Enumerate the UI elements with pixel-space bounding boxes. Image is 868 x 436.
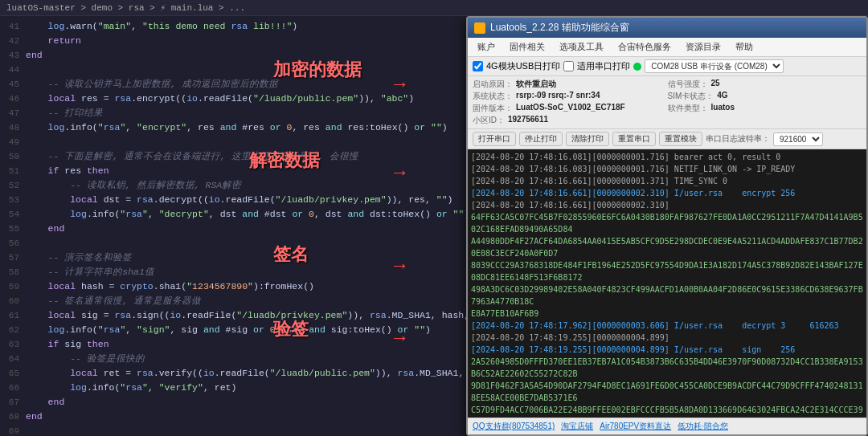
line-content: log.warn("main", "this demo need rsa lib… [26, 19, 297, 34]
code-line: 47 -- 打印结果 [0, 106, 466, 120]
line-number: 50 [0, 149, 26, 164]
com-select[interactable]: COM28 USB 串行设备 (COM28) [645, 59, 784, 73]
code-line: 57 -- 演示签名和验签 [0, 251, 466, 265]
code-line: 41 log.warn("main", "this demo need rsa … [0, 19, 466, 34]
stop-print-btn[interactable]: 停止打印 [519, 132, 563, 146]
menu-service[interactable]: 合宙特色服务 [612, 39, 678, 55]
menu-options[interactable]: 选项及工具 [553, 39, 610, 55]
dialog-title-text: Luatools_2.2.28 辅助功能综合窗 [490, 21, 629, 35]
code-line: 46 local res = rsa.encrypt((io.readFile(… [0, 92, 466, 106]
line-number: 66 [0, 381, 26, 395]
line-content: local res = rsa.encrypt((io.readFile("/l… [26, 92, 414, 106]
log-line: 8039CCC29A3768318DE484F1FB1964E252D5FC97… [471, 259, 863, 283]
line-content: -- 读取公钥并马上加密数据, 成功返回加密后的数据 [26, 77, 278, 92]
log-area[interactable]: [2024-08-20 17:48:16.081][0000000001.716… [468, 149, 866, 418]
signal-label: 信号强度： [668, 79, 708, 90]
baud-select[interactable]: 921600 [773, 132, 823, 146]
line-number: 48 [0, 120, 26, 135]
line-content: return [26, 34, 81, 48]
code-line: 54 log.info("rsa", "decrypt", dst and #d… [0, 207, 466, 222]
code-line: 48 log.info("rsa", "encrypt", res and #r… [0, 120, 466, 135]
code-line: 42 return [0, 34, 466, 48]
line-number: 47 [0, 106, 26, 120]
code-line: 52 -- 读取私钥, 然后解密数据, RSA解密 [0, 178, 466, 193]
close-port-btn[interactable]: 重置串口 [612, 132, 656, 146]
info-region: 小区ID： 192756611 [473, 115, 667, 126]
line-number: 53 [0, 193, 26, 207]
link-air780[interactable]: Air780EPV资料直达 [600, 421, 671, 432]
line-number: 49 [0, 135, 26, 149]
line-number: 58 [0, 265, 26, 279]
line-number: 55 [0, 222, 26, 236]
line-content: if sig then [26, 337, 109, 352]
code-line: 53 local dst = rsa.decrypt((io.readFile(… [0, 193, 466, 207]
code-line: 65 local ret = rsa.verify((io.readFile("… [0, 366, 466, 381]
line-content: local hash = crypto.sha1("1234567890"):f… [26, 279, 314, 294]
link-qq[interactable]: QQ支持群(807534851) [473, 421, 555, 432]
line-content: -- 打印结果 [26, 106, 103, 120]
dialog-icon [474, 22, 485, 34]
signal-value: 25 [711, 79, 720, 90]
code-line: 69 [0, 424, 466, 436]
info-grid: 启动原因： 软件重启动 信号强度： 25 系统状态： rsrp:-09 rsrq… [468, 76, 866, 129]
code-line: 66 log.info("rsa", "verify", ret) [0, 381, 466, 395]
menu-help[interactable]: 帮助 [729, 39, 760, 55]
breadcrumb: luatOS-master > demo > rsa > ⚡ main.lua … [6, 3, 245, 13]
link-taobao[interactable]: 淘宝店铺 [561, 421, 593, 432]
info-softtype: 软件类型： luatos [668, 103, 862, 114]
line-number: 41 [0, 19, 26, 34]
menu-account[interactable]: 账户 [471, 39, 502, 55]
port-print-checkbox[interactable] [563, 61, 574, 71]
line-number: 65 [0, 366, 26, 381]
code-line: 50 -- 下面是解密, 通常不会在设备端进行, 这里主要是演示用法, 会很慢 [0, 149, 466, 164]
region-value: 192756611 [508, 115, 548, 126]
sim-value: 4G [717, 91, 727, 102]
reload-module-btn[interactable]: 重置模块 [659, 132, 702, 146]
line-number: 56 [0, 236, 26, 251]
menu-firmware[interactable]: 固件相关 [503, 39, 551, 55]
line-number: 68 [0, 410, 26, 424]
line-number: 52 [0, 178, 26, 193]
info-firmware: 固件版本： LuatOS-SoC_V1002_EC718F [473, 103, 667, 114]
code-lines: 41 log.warn("main", "this demo need rsa … [0, 16, 466, 436]
log-line: [2024-08-20 17:48:16.081][0000000001.716… [471, 151, 863, 163]
code-line: 44 [0, 63, 466, 77]
info-status: 系统状态： rsrp:-09 rsrq:-7 snr:34 [473, 91, 667, 102]
line-content: local sig = rsa.sign((io.readFile("/luad… [26, 308, 466, 323]
luatools-dialog: Luatools_2.2.28 辅助功能综合窗 账户 固件相关 选项及工具 合宙… [466, 16, 868, 436]
code-line: 55 end [0, 222, 466, 236]
log-line: 498A3DC6C03D29989402E58A040F4823CF499AAC… [471, 283, 863, 308]
code-line: 63 if sig then [0, 337, 466, 352]
info-startup: 启动原因： 软件重启动 [473, 79, 667, 90]
code-line: 67 end [0, 395, 466, 410]
line-content: end [26, 222, 64, 236]
clear-print-btn[interactable]: 清除打印 [566, 132, 609, 146]
action-row: 打开串口 停止打印 清除打印 重置串口 重置模块 串口日志波特率： 921600 [468, 129, 866, 149]
usb-print-checkbox[interactable] [473, 61, 483, 71]
code-line: 64 -- 验签是很快的 [0, 352, 466, 366]
log-line: 9D81F0462F3A5A54D90DAF2794F4D8EC1A691FE6… [471, 380, 863, 404]
code-line: 56 [0, 236, 466, 251]
code-line: 62 log.info("rsa", "sign", sig and #sig … [0, 323, 466, 337]
link-low-power[interactable]: 低功耗·陪合您 [678, 421, 728, 432]
dialog-title: Luatools_2.2.28 辅助功能综合窗 [468, 18, 866, 38]
startup-value: 软件重启动 [516, 79, 556, 90]
port-print-label: 适用串口打印 [577, 60, 630, 72]
info-sim: SIM卡状态： 4G [668, 91, 862, 102]
link-row: QQ支持群(807534851) 淘宝店铺 Air780EPV资料直达 低功耗·… [468, 418, 866, 434]
baud-label: 串口日志波特率： [706, 133, 770, 145]
code-line: 59 local hash = crypto.sha1("1234567890"… [0, 279, 466, 294]
code-line: 43end [0, 48, 466, 63]
softtype-value: luatos [711, 103, 735, 114]
menu-resources[interactable]: 资源目录 [679, 39, 727, 55]
code-line: 61 local sig = rsa.sign((io.readFile("/l… [0, 308, 466, 323]
info-signal: 信号强度： 25 [668, 79, 862, 90]
log-line: [2024-08-20 17:48:16.661][0000000002.310… [471, 187, 863, 199]
line-number: 54 [0, 207, 26, 222]
line-number: 61 [0, 308, 26, 323]
line-number: 67 [0, 395, 26, 410]
open-port-btn[interactable]: 打开串口 [473, 132, 516, 146]
line-content: log.info("rsa", "decrypt", dst and #dst … [26, 207, 466, 222]
code-line: 51 if res then [0, 164, 466, 178]
line-content: end [26, 395, 64, 410]
